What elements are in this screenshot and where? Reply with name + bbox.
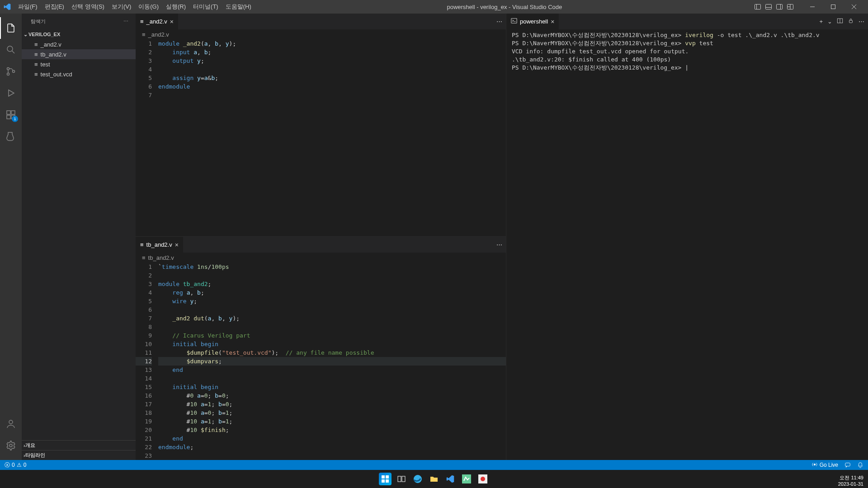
svg-point-40: [481, 477, 485, 481]
vscode-logo-icon: [4, 3, 11, 10]
status-bell[interactable]: [857, 462, 863, 468]
extensions-badge: 1: [12, 116, 18, 122]
status-golive[interactable]: Go Live: [811, 461, 838, 469]
customize-layout-icon[interactable]: [787, 3, 794, 10]
file-item[interactable]: ≡test_out.vcd: [22, 69, 136, 79]
editor-more-icon[interactable]: ⋯: [496, 241, 502, 248]
terminal-tabs: powershell × + ⌄ ⋯: [506, 14, 868, 29]
activity-accounts[interactable]: [0, 413, 22, 435]
chevron-down-icon: ⌄: [24, 32, 28, 38]
svg-rect-4: [777, 5, 783, 9]
project-header[interactable]: ⌄ VERILOG_EX: [22, 29, 136, 39]
activity-explorer[interactable]: [0, 17, 22, 39]
activity-source-control[interactable]: [0, 61, 22, 82]
svg-rect-19: [7, 111, 10, 114]
sidebar-more-icon[interactable]: ⋯: [123, 19, 128, 24]
status-errors[interactable]: ⓧ 0 ⚠ 0: [5, 461, 26, 469]
titlebar: 파일(F)편집(E)선택 영역(S)보기(V)이동(G)실행(R)터미널(T)도…: [0, 0, 868, 14]
editor-more-icon[interactable]: ⋯: [859, 18, 864, 25]
breadcrumb-bottom[interactable]: ≡ tb_and2.v: [136, 253, 506, 263]
menu-item[interactable]: 선택 영역(S): [68, 1, 108, 13]
activity-settings[interactable]: [0, 435, 22, 456]
taskbar-date: 2023-01-31: [838, 481, 863, 487]
lock-icon[interactable]: [848, 18, 854, 25]
toggle-primary-sidebar-icon[interactable]: [754, 3, 761, 10]
file-item[interactable]: ≡test: [22, 59, 136, 69]
taskbar-clock[interactable]: 오전 11:49 2023-01-31: [838, 474, 863, 487]
menubar: 파일(F)편집(E)선택 영역(S)보기(V)이동(G)실행(R)터미널(T)도…: [14, 1, 255, 13]
file-name: _and2.v: [41, 41, 61, 48]
editor-body-top[interactable]: 1234567 module _and2(a, b, y); input a, …: [136, 39, 506, 236]
editor-body-bottom[interactable]: 1234567891011121314151617181920212223 `t…: [136, 263, 506, 460]
terminal-body[interactable]: PS D:\NaverMYBOX\수성컴전자방\20230128\verilog…: [506, 29, 868, 460]
svg-rect-30: [845, 463, 850, 466]
toggle-panel-icon[interactable]: [765, 3, 772, 10]
svg-rect-20: [7, 115, 10, 119]
file-name: test_out.vcd: [41, 71, 72, 78]
breadcrumb-top[interactable]: ≡ _and2.v: [136, 29, 506, 39]
timeline-label: 타임라인: [25, 452, 45, 459]
taskbar-time: 오전 11:49: [838, 474, 863, 481]
editor-tabs-top: ≡ _and2.v × ⋯: [136, 14, 506, 29]
toggle-secondary-sidebar-icon[interactable]: [776, 3, 783, 10]
tab-tb-and2[interactable]: ≡ tb_and2.v ×: [136, 237, 184, 253]
tab-and2[interactable]: ≡ _and2.v ×: [136, 14, 179, 29]
taskbar-taskview[interactable]: [395, 473, 408, 485]
status-feedback[interactable]: [844, 462, 851, 468]
svg-rect-38: [462, 474, 471, 483]
file-icon: ≡: [34, 51, 38, 58]
menu-item[interactable]: 도움말(H): [222, 1, 255, 13]
svg-marker-18: [9, 90, 14, 96]
editor-tabs-bottom: ≡ tb_and2.v × ⋯: [136, 237, 506, 253]
svg-point-16: [7, 73, 9, 75]
svg-line-11: [852, 5, 856, 9]
menu-item[interactable]: 터미널(T): [189, 1, 222, 13]
svg-rect-2: [766, 5, 772, 9]
svg-rect-35: [398, 476, 401, 482]
window-title: powershell - verilog_ex - Visual Studio …: [255, 4, 754, 10]
editor-more-icon[interactable]: ⋯: [496, 18, 502, 25]
taskbar-app2[interactable]: [476, 473, 489, 485]
taskbar-start[interactable]: [379, 473, 392, 485]
file-item[interactable]: ≡tb_and2.v: [22, 49, 136, 59]
taskbar-vscode[interactable]: [444, 473, 457, 485]
menu-item[interactable]: 실행(R): [162, 1, 189, 13]
close-icon[interactable]: ×: [175, 241, 179, 249]
tab-powershell[interactable]: powershell ×: [506, 14, 559, 29]
svg-line-12: [852, 5, 856, 9]
minimap[interactable]: [500, 263, 506, 460]
sidebar-title: 탐색기: [31, 18, 46, 25]
chevron-down-icon[interactable]: ⌄: [827, 18, 832, 25]
activity-bar: 1: [0, 14, 22, 460]
activity-extensions[interactable]: 1: [0, 104, 22, 126]
taskbar-edge[interactable]: [411, 473, 424, 485]
timeline-section[interactable]: › 타임라인: [22, 450, 136, 460]
file-item[interactable]: ≡_and2.v: [22, 39, 136, 49]
minimap[interactable]: [500, 39, 506, 236]
taskbar-explorer[interactable]: [428, 473, 440, 485]
svg-point-37: [414, 475, 422, 483]
menu-item[interactable]: 파일(F): [14, 1, 41, 13]
outline-label: 개요: [25, 442, 35, 449]
menu-item[interactable]: 보기(V): [108, 1, 135, 13]
new-terminal-icon[interactable]: +: [819, 18, 823, 25]
close-window-button[interactable]: [844, 0, 864, 14]
activity-search[interactable]: [0, 39, 22, 61]
file-icon: ≡: [142, 31, 146, 38]
svg-point-23: [9, 420, 13, 424]
tab-label: _and2.v: [146, 18, 167, 25]
menu-item[interactable]: 편집(E): [41, 1, 68, 13]
maximize-button[interactable]: [823, 0, 844, 14]
split-terminal-icon[interactable]: [837, 18, 843, 25]
outline-section[interactable]: › 개요: [22, 440, 136, 450]
taskbar-app1[interactable]: [460, 473, 473, 485]
svg-point-15: [7, 68, 9, 70]
activity-run-debug[interactable]: [0, 82, 22, 104]
activity-testing[interactable]: [0, 126, 22, 147]
close-icon[interactable]: ×: [170, 18, 174, 25]
menu-item[interactable]: 이동(G): [135, 1, 162, 13]
close-icon[interactable]: ×: [551, 18, 554, 25]
svg-rect-25: [511, 19, 517, 23]
minimize-button[interactable]: [802, 0, 823, 14]
svg-rect-32: [386, 475, 389, 479]
